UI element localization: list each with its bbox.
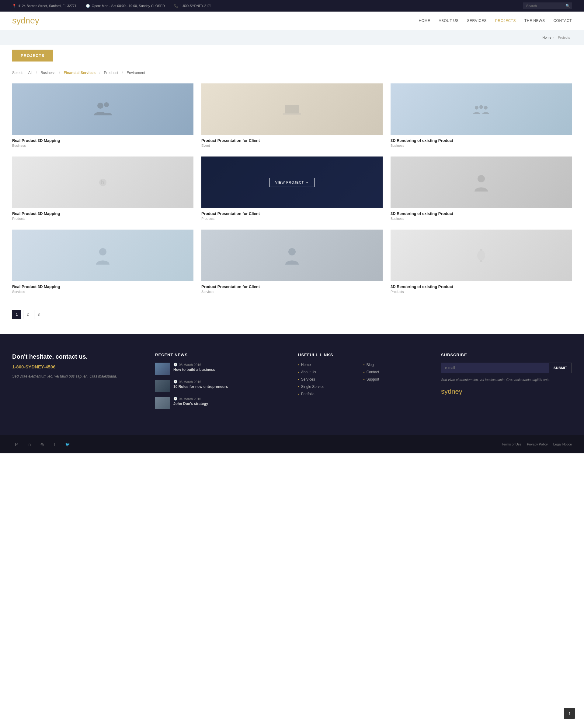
project-card-6[interactable]: VIEW PROJECT → 3D Rendering of existing … [391, 156, 572, 222]
search-input[interactable] [523, 2, 572, 9]
social-facebook[interactable]: f [51, 440, 59, 448]
project-image-2: VIEW PROJECT → [201, 83, 383, 135]
footer-link-about[interactable]: About Us [298, 370, 363, 374]
view-project-btn-8[interactable]: VIEW PROJECT → [270, 251, 314, 260]
filter-all[interactable]: All [27, 70, 33, 76]
footer-logo: sydney [441, 388, 572, 395]
project-cat-6: Business [391, 217, 572, 220]
view-project-btn-7[interactable]: VIEW PROJECT → [80, 251, 125, 260]
footer-link-services[interactable]: Services [298, 377, 363, 382]
page-btn-3[interactable]: 3 [34, 310, 43, 319]
nav-about[interactable]: ABOUT US [439, 19, 458, 23]
phone-icon: 📞 [174, 4, 178, 8]
news-date-2: 🕐 06 March 2016 [173, 380, 228, 384]
nav-contact[interactable]: CONTACT [553, 19, 572, 23]
view-project-btn-2[interactable]: VIEW PROJECT → [270, 105, 314, 114]
footer-link-home[interactable]: Home [298, 363, 363, 367]
social-pinterest[interactable]: P [12, 440, 21, 448]
news-clock-icon-3: 🕐 [173, 397, 178, 401]
project-image-5: VIEW PROJECT → [201, 156, 383, 208]
terms-link[interactable]: Terms of Use [502, 442, 522, 446]
news-thumb-2 [155, 380, 170, 392]
social-linkedin[interactable]: in [25, 440, 33, 448]
footer-link-blog[interactable]: Blog [363, 363, 429, 367]
page-title-button[interactable]: PROJECTS [12, 50, 53, 61]
view-project-btn-5[interactable]: VIEW PROJECT → [270, 178, 314, 187]
view-project-btn-3[interactable]: VIEW PROJECT → [459, 105, 504, 114]
logo-black: syd [12, 16, 26, 25]
project-image-3: VIEW PROJECT → [391, 83, 572, 135]
footer-contact-col: Don't hesitate, contact us. 1-800-SYDNEY… [12, 353, 143, 414]
nav-services[interactable]: SERVICES [467, 19, 486, 23]
project-info-1: Real Product 3D Mapping Business [12, 135, 193, 149]
project-title-8: Product Presentation for Client [201, 284, 383, 289]
subscribe-submit-button[interactable]: SUBMIT [549, 363, 572, 373]
footer-news-col: RECENT NEWS 🕐 08 March 2016 How to build… [155, 353, 286, 414]
footer-link-support[interactable]: Support [363, 377, 429, 382]
news-item-2[interactable]: 🕐 06 March 2016 10 Rules for new entrepr… [155, 380, 286, 392]
filter-financial[interactable]: Financial Services [62, 70, 97, 76]
project-card-7[interactable]: VIEW PROJECT → Real Product 3D Mapping S… [12, 230, 193, 295]
footer-phone-highlight: SYDNEY [25, 364, 44, 369]
footer-subscribe-col: SUBSCRIBE SUBMIT Sed vitae elementum leo… [441, 353, 572, 414]
news-info-3: 🕐 04 March 2016 John Doe's strategy [173, 397, 208, 406]
news-title-3: John Doe's strategy [173, 401, 208, 406]
project-title-6: 3D Rendering of existing Product [391, 211, 572, 216]
project-card-2[interactable]: VIEW PROJECT → Product Presentation for … [201, 83, 383, 149]
phone-text: 1-800-SYDNEY-2171 [180, 4, 212, 8]
project-card-9[interactable]: VIEW PROJECT → 3D Rendering of existing … [391, 230, 572, 295]
project-image-4: b VIEW PROJECT → [12, 156, 193, 208]
nav-projects[interactable]: PROJECTS [495, 19, 516, 23]
footer-phone: 1-800-SYDNEY-4506 [12, 364, 143, 369]
logo[interactable]: sydney [12, 16, 39, 26]
search-wrap[interactable]: 🔍 [523, 2, 572, 9]
news-item-1[interactable]: 🕐 08 March 2016 How to build a business [155, 363, 286, 375]
project-cat-7: Services [12, 290, 193, 293]
social-instagram[interactable]: ◎ [38, 440, 46, 448]
page-btn-1[interactable]: 1 [12, 310, 21, 319]
social-twitter[interactable]: 🐦 [63, 440, 72, 448]
footer-desc: Sed vitae elementum leo, vel fauci bus s… [12, 373, 143, 380]
footer-logo-black: syd [441, 388, 451, 395]
nav-home[interactable]: HOME [419, 19, 430, 23]
project-info-5: Product Presentation for Client Producst [201, 208, 383, 222]
project-info-4: Real Product 3D Mapping Products [12, 208, 193, 222]
project-card-1[interactable]: VIEW PROJECT → Real Product 3D Mapping B… [12, 83, 193, 149]
news-item-3[interactable]: 🕐 04 March 2016 John Doe's strategy [155, 397, 286, 409]
legal-link[interactable]: Legal Notice [553, 442, 572, 446]
footer-links-col2: Blog Contact Support [363, 363, 429, 399]
news-title-2: 10 Rules for new entrepreneurs [173, 385, 228, 389]
project-info-3: 3D Rendering of existing Product Busines… [391, 135, 572, 149]
footer-bottom-links: Terms of Use Privacy Policy Legal Notice [502, 442, 572, 446]
footer-link-single-service[interactable]: Single Service [298, 385, 363, 389]
news-thumb-3 [155, 397, 170, 409]
view-project-btn-9[interactable]: VIEW PROJECT → [459, 251, 504, 260]
footer: Don't hesitate, contact us. 1-800-SYDNEY… [0, 334, 584, 435]
filter-business[interactable]: Business [39, 70, 57, 76]
clock-icon: 🕐 [86, 4, 90, 8]
privacy-link[interactable]: Privacy Policy [527, 442, 548, 446]
page-btn-2[interactable]: 2 [23, 310, 32, 319]
filter-enviroment[interactable]: Enviroment [125, 70, 146, 76]
project-card-8[interactable]: VIEW PROJECT → Product Presentation for … [201, 230, 383, 295]
view-project-btn-1[interactable]: VIEW PROJECT → [80, 105, 125, 114]
view-project-btn-4[interactable]: VIEW PROJECT → [80, 178, 125, 187]
news-clock-icon-2: 🕐 [173, 380, 178, 384]
breadcrumb-home[interactable]: Home [542, 36, 551, 39]
search-button[interactable]: 🔍 [565, 4, 570, 8]
main-nav: HOME ABOUT US SERVICES PROJECTS THE NEWS… [419, 19, 572, 23]
project-card-4[interactable]: b VIEW PROJECT → Real Product 3D Mapping… [12, 156, 193, 222]
top-bar-right: 🔍 [523, 2, 572, 9]
subscribe-email-input[interactable] [441, 363, 549, 373]
footer-link-portfolio[interactable]: Portfolio [298, 392, 363, 396]
view-project-btn-6[interactable]: VIEW PROJECT → [459, 178, 504, 187]
project-title-7: Real Product 3D Mapping [12, 284, 193, 289]
footer-links-grid: Home About Us Services Single Service Po… [298, 363, 429, 399]
project-card-5[interactable]: VIEW PROJECT → Product Presentation for … [201, 156, 383, 222]
project-card-3[interactable]: VIEW PROJECT → 3D Rendering of existing … [391, 83, 572, 149]
filter-producst[interactable]: Producst [103, 70, 119, 76]
footer-link-contact[interactable]: Contact [363, 370, 429, 374]
news-clock-icon-1: 🕐 [173, 363, 178, 367]
nav-news[interactable]: THE NEWS [524, 19, 545, 23]
project-title-3: 3D Rendering of existing Product [391, 138, 572, 143]
